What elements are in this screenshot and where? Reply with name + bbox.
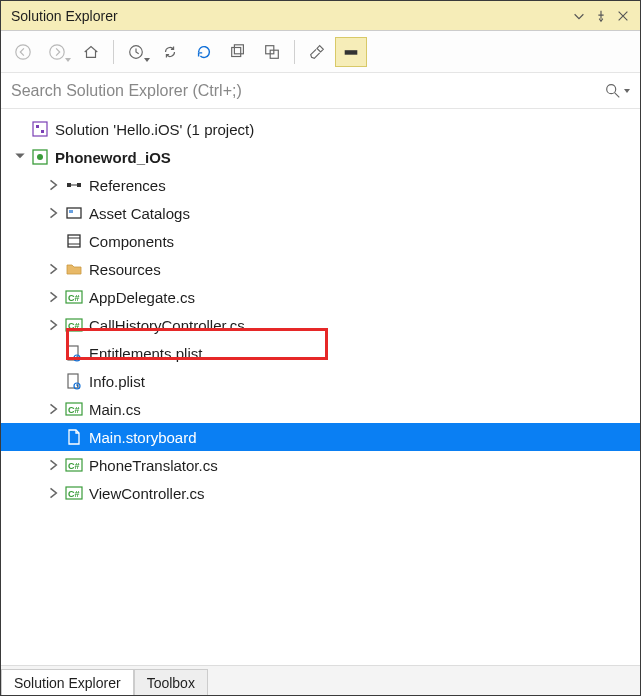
tree-item-label: Main.storyboard	[89, 429, 197, 446]
tree-item-asset-catalogs[interactable]: Asset Catalogs	[1, 199, 640, 227]
search-bar	[1, 73, 640, 109]
csharp-icon: C#	[65, 288, 83, 306]
expander-icon[interactable]	[47, 262, 61, 276]
search-icon[interactable]	[604, 82, 622, 100]
svg-rect-14	[67, 183, 71, 187]
csharp-icon: C#	[65, 456, 83, 474]
solution-icon	[31, 120, 49, 138]
svg-text:C#: C#	[68, 489, 80, 499]
tree-item-viewcontroller[interactable]: C# ViewController.cs	[1, 479, 640, 507]
svg-point-0	[16, 44, 30, 58]
folder-icon	[65, 260, 83, 278]
expander-icon[interactable]	[47, 486, 61, 500]
search-dropdown-icon[interactable]	[624, 89, 630, 93]
svg-text:C#: C#	[68, 293, 80, 303]
show-all-button[interactable]	[256, 37, 288, 67]
project-node[interactable]: Phoneword_iOS	[1, 143, 640, 171]
project-icon	[31, 148, 49, 166]
svg-rect-19	[68, 235, 80, 247]
svg-point-13	[37, 154, 43, 160]
svg-rect-3	[232, 47, 241, 56]
tree-item-appdelegate[interactable]: C# AppDelegate.cs	[1, 283, 640, 311]
tree-item-main[interactable]: C# Main.cs	[1, 395, 640, 423]
tree-item-label: Resources	[89, 261, 161, 278]
tab-toolbox[interactable]: Toolbox	[134, 669, 208, 696]
svg-rect-11	[41, 130, 44, 133]
svg-rect-18	[69, 210, 73, 213]
tree-item-label: Components	[89, 233, 174, 250]
components-icon	[65, 232, 83, 250]
bottom-tabs: Solution Explorer Toolbox	[1, 665, 640, 695]
expander-icon[interactable]	[47, 402, 61, 416]
svg-rect-10	[36, 125, 39, 128]
svg-rect-9	[33, 122, 47, 136]
history-button[interactable]	[120, 37, 152, 67]
tree-item-label: Main.cs	[89, 401, 141, 418]
tree-item-label: AppDelegate.cs	[89, 289, 195, 306]
catalog-icon	[65, 204, 83, 222]
tree-item-label: Info.plist	[89, 373, 145, 390]
solution-tree: Solution 'Hello.iOS' (1 project) Phonewo…	[1, 109, 640, 665]
references-icon	[65, 176, 83, 194]
svg-rect-15	[77, 183, 81, 187]
expander-icon[interactable]	[13, 150, 27, 164]
home-button[interactable]	[75, 37, 107, 67]
svg-text:C#: C#	[68, 321, 80, 331]
panel-title: Solution Explorer	[11, 8, 568, 24]
tree-item-phonetranslator[interactable]: C# PhoneTranslator.cs	[1, 451, 640, 479]
csharp-icon: C#	[65, 316, 83, 334]
window-menu-icon[interactable]	[568, 5, 590, 27]
close-icon[interactable]	[612, 5, 634, 27]
svg-rect-7	[345, 50, 358, 55]
svg-text:C#: C#	[68, 461, 80, 471]
svg-text:C#: C#	[68, 405, 80, 415]
toolbar	[1, 31, 640, 73]
tree-item-label: Entitlements.plist	[89, 345, 202, 362]
csharp-icon: C#	[65, 400, 83, 418]
tab-solution-explorer[interactable]: Solution Explorer	[1, 669, 134, 696]
project-label: Phoneword_iOS	[55, 149, 171, 166]
expander-icon[interactable]	[47, 290, 61, 304]
titlebar: Solution Explorer	[1, 1, 640, 31]
back-button	[7, 37, 39, 67]
separator	[294, 40, 295, 64]
tree-item-components[interactable]: Components	[1, 227, 640, 255]
tree-item-label: References	[89, 177, 166, 194]
solution-label: Solution 'Hello.iOS' (1 project)	[55, 121, 254, 138]
svg-rect-16	[71, 185, 77, 186]
tree-item-callhistory[interactable]: C# CallHistoryController.cs	[1, 311, 640, 339]
properties-button[interactable]	[301, 37, 333, 67]
tree-item-entitlements[interactable]: Entitlements.plist	[1, 339, 640, 367]
tree-item-info[interactable]: Info.plist	[1, 367, 640, 395]
tree-item-label: PhoneTranslator.cs	[89, 457, 218, 474]
expander-icon[interactable]	[47, 206, 61, 220]
expander-icon[interactable]	[47, 458, 61, 472]
tree-item-label: CallHistoryController.cs	[89, 317, 245, 334]
tree-item-resources[interactable]: Resources	[1, 255, 640, 283]
refresh-button[interactable]	[188, 37, 220, 67]
svg-point-1	[50, 44, 64, 58]
tree-item-references[interactable]: References	[1, 171, 640, 199]
plist-icon	[65, 344, 83, 362]
file-icon	[65, 428, 83, 446]
tree-item-main-storyboard[interactable]: Main.storyboard	[1, 423, 640, 451]
svg-rect-4	[234, 44, 243, 53]
sync-button[interactable]	[154, 37, 186, 67]
plist-icon	[65, 372, 83, 390]
svg-point-8	[607, 84, 616, 93]
separator	[113, 40, 114, 64]
collapse-all-button[interactable]	[222, 37, 254, 67]
expander-icon[interactable]	[47, 178, 61, 192]
solution-node[interactable]: Solution 'Hello.iOS' (1 project)	[1, 115, 640, 143]
tree-item-label: ViewController.cs	[89, 485, 205, 502]
search-input[interactable]	[11, 82, 604, 100]
tree-item-label: Asset Catalogs	[89, 205, 190, 222]
preview-button[interactable]	[335, 37, 367, 67]
pin-icon[interactable]	[590, 5, 612, 27]
expander-icon[interactable]	[47, 318, 61, 332]
csharp-icon: C#	[65, 484, 83, 502]
forward-button	[41, 37, 73, 67]
